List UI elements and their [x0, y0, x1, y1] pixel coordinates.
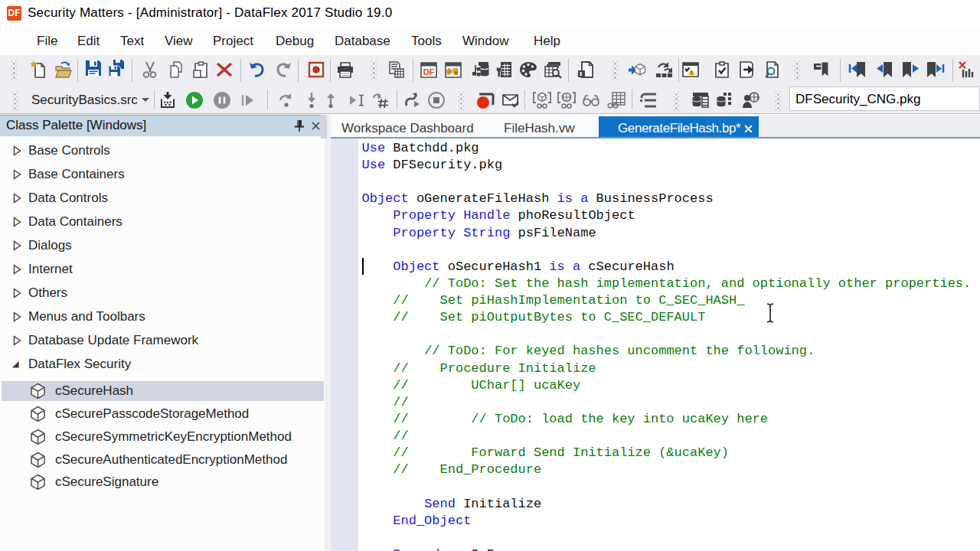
svg-text:DF: DF [423, 67, 435, 77]
